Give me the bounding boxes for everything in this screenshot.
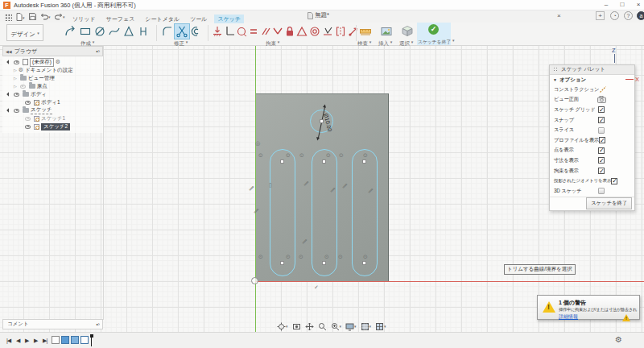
notification-warning-icon[interactable] <box>622 314 630 321</box>
checkbox-checked[interactable] <box>598 168 605 174</box>
checkbox-checked[interactable] <box>598 106 605 113</box>
checkbox-unchecked[interactable] <box>598 127 605 134</box>
palette-row-slice[interactable]: スライス <box>550 125 634 135</box>
document-tab[interactable]: 無題* <box>308 11 329 19</box>
checkbox-checked[interactable] <box>598 157 605 164</box>
expanded-icon[interactable] <box>6 108 11 113</box>
checkbox-unchecked[interactable] <box>598 188 605 194</box>
checkbox-checked[interactable] <box>598 117 605 123</box>
tree-row-doc-settings[interactable]: ▷ ⚙ ドキュメントの設定 <box>2 66 103 74</box>
comments-bar[interactable]: コメント • › <box>2 319 103 329</box>
sketch-point[interactable] <box>362 160 366 164</box>
sketch-point[interactable] <box>320 119 324 123</box>
viewports-icon[interactable]: ▾ <box>375 322 386 331</box>
slot-tool-icon[interactable] <box>137 25 150 38</box>
tree-row-sketch2[interactable]: スケッチ2 <box>2 122 103 130</box>
parallel-constraint-icon[interactable] <box>259 25 272 38</box>
timeline-sketch-feature[interactable] <box>80 336 89 344</box>
tree-row-view-mgmt[interactable]: ▷ ビュー管理 <box>2 74 103 82</box>
sketch-point[interactable] <box>280 261 284 265</box>
tree-row-bodies[interactable]: ボディ <box>2 90 103 98</box>
palette-row-show-points[interactable]: 点を表示 <box>550 146 634 156</box>
expanded-icon[interactable] <box>6 60 11 64</box>
visibility-icon[interactable] <box>14 109 19 113</box>
constraint-icon[interactable]: ⊙ <box>299 254 303 259</box>
zoom-icon[interactable] <box>318 322 327 331</box>
timeline-marker[interactable] <box>91 334 92 346</box>
palette-row-snap[interactable]: スナップ <box>550 115 634 126</box>
constraint-icon[interactable]: ✓ <box>314 284 319 290</box>
constraint-icon[interactable]: ⊙ <box>258 152 263 158</box>
origin-point[interactable] <box>251 277 258 284</box>
palette-row-show-profile[interactable]: プロファイルを表示 <box>550 135 634 146</box>
palette-header[interactable]: スケッチ パレット <box>550 65 634 75</box>
tree-row-body1[interactable]: ボディ1 <box>2 98 103 106</box>
concentric-constraint-icon[interactable] <box>308 25 321 38</box>
project-constraint-icon[interactable] <box>347 25 360 38</box>
drag-dots-icon[interactable] <box>553 67 559 72</box>
constraint-icon[interactable]: ⊙ <box>363 152 368 158</box>
redo-icon[interactable]: ▾ <box>55 13 65 23</box>
cone-tool-icon[interactable] <box>122 25 135 38</box>
constraint-icon[interactable]: ⊙ <box>339 152 344 158</box>
tab-close-icon[interactable]: × <box>557 11 561 20</box>
insert-image-icon[interactable] <box>380 25 393 38</box>
tab-surface[interactable]: サーフェス <box>103 14 138 23</box>
palette-row-look-at[interactable]: ビュー正面 <box>550 95 634 106</box>
checkbox-checked[interactable] <box>599 137 605 143</box>
palette-row-construction[interactable]: コンストラクション <box>550 85 634 95</box>
tab-tools[interactable]: ツール <box>187 14 210 23</box>
equal-constraint-icon[interactable] <box>247 25 260 38</box>
expanded-icon[interactable] <box>6 92 11 97</box>
checkbox-checked[interactable] <box>611 178 617 184</box>
timeline-play-icon[interactable]: ▶ <box>25 337 28 344</box>
palette-row-show-projected[interactable]: 投影されたジオメトリを表示 <box>550 176 634 186</box>
timeline-extrude-feature[interactable] <box>61 336 69 344</box>
timeline-gear-icon[interactable]: ⚙ <box>615 335 622 344</box>
save-icon[interactable] <box>29 13 36 23</box>
constraint-icon[interactable]: ⊙ <box>324 254 329 259</box>
grid-settings-icon[interactable]: ▾ <box>361 322 372 331</box>
tree-row-sketch1[interactable]: スケッチ1 <box>2 114 103 122</box>
tab-add-icon[interactable]: + <box>596 11 605 20</box>
finish-sketch-button[interactable]: ✓ スケッチを終了 ▾ <box>417 23 451 45</box>
collinear-constraint-icon[interactable] <box>271 25 284 38</box>
circle-tool-icon[interactable] <box>93 25 106 38</box>
visibility-icon[interactable] <box>25 125 31 129</box>
panel-expand-icon[interactable]: › <box>98 321 100 327</box>
close-button[interactable]: × <box>631 0 644 10</box>
lock-constraint-icon[interactable] <box>283 25 296 38</box>
spline-tool-icon[interactable] <box>108 25 121 38</box>
warning-details-link[interactable]: 詳細情報 <box>559 313 578 321</box>
browser-header[interactable]: ◀◀ ブラウザ • › <box>2 46 103 56</box>
design-workspace-button[interactable]: デザイン ▾ <box>6 24 43 41</box>
constraint-icon[interactable]: ▯ <box>269 182 272 188</box>
tab-sketch[interactable]: スケッチ <box>214 14 244 23</box>
constraint-icon[interactable]: ⊙ <box>299 152 304 158</box>
timeline-sketch-feature[interactable] <box>52 336 60 344</box>
visibility-icon[interactable] <box>20 85 26 89</box>
help-icon[interactable]: ? <box>624 11 633 20</box>
tree-row-sketches[interactable]: スケッチ <box>2 106 103 114</box>
constraint-icon[interactable]: ◎ <box>255 140 260 146</box>
sketch-point[interactable] <box>322 261 326 265</box>
sketch-slot-1[interactable] <box>270 149 295 276</box>
camera-icon[interactable] <box>597 96 606 104</box>
sketch-line-icon[interactable] <box>64 25 77 38</box>
tree-row-origin[interactable]: ▷ 原点 <box>2 82 103 90</box>
display-settings-icon[interactable]: ▾ <box>345 322 357 331</box>
pan-icon[interactable] <box>305 322 314 331</box>
orbit-icon[interactable]: ▾ <box>277 322 288 331</box>
constraint-icon[interactable]: ∥ <box>249 185 254 191</box>
measure-tool-icon[interactable] <box>359 25 372 38</box>
avatar[interactable]: a <box>637 11 644 20</box>
timeline-back-icon[interactable]: ◀ <box>16 337 19 344</box>
sketch-point[interactable] <box>322 160 326 164</box>
constraint-icon[interactable]: ⊙ <box>286 254 291 259</box>
tab-solid[interactable]: ソリッド <box>69 14 99 23</box>
palette-row-show-constraints[interactable]: 拘束を表示 <box>550 166 634 176</box>
constraint-icon[interactable]: ⊙ <box>258 254 263 259</box>
sketch-dimension-icon[interactable] <box>211 25 224 38</box>
visibility-icon[interactable] <box>25 101 31 105</box>
tree-row-root[interactable]: (未保存) ⚙ <box>2 58 103 66</box>
